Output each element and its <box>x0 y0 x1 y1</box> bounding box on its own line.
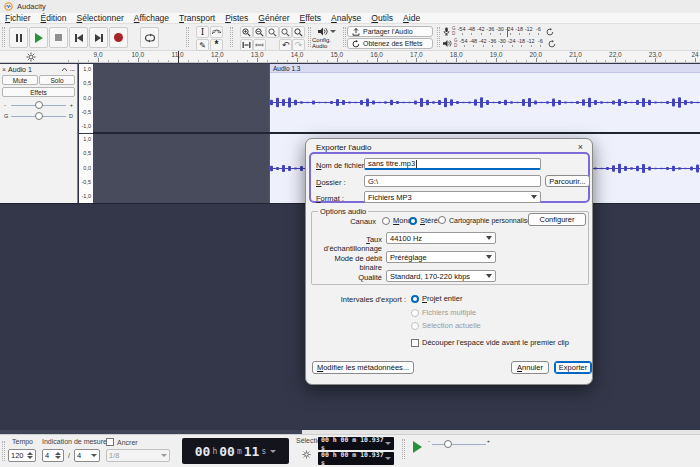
quality-select[interactable]: Standard, 170-220 kbps <box>386 270 496 282</box>
format-select[interactable]: Fichiers MP3 <box>364 191 541 203</box>
menu-aide[interactable]: Aide <box>398 13 425 23</box>
samplerate-select[interactable]: 44100 Hz <box>386 232 496 244</box>
folder-input[interactable]: G:\ <box>364 175 541 187</box>
silence-audio-button[interactable] <box>253 39 266 51</box>
selection-tool-button[interactable]: I <box>196 26 209 38</box>
snap-checkbox[interactable] <box>106 438 114 446</box>
radio-whole-project[interactable]: Projet entier <box>411 294 462 303</box>
envelope-tool-button[interactable] <box>210 26 223 38</box>
trim-audio-button[interactable] <box>240 39 253 51</box>
clip-title[interactable]: Audio 1.3 <box>270 64 700 73</box>
recording-meter[interactable]: GD -54-48-42-36-30-24-18-12-6 <box>443 26 554 37</box>
stop-button[interactable] <box>49 27 68 48</box>
cancel-button[interactable]: Annuler <box>511 361 549 374</box>
gain-slider-knob[interactable] <box>35 101 43 109</box>
menu-selectionner[interactable]: Sélectionner <box>72 13 129 23</box>
vertical-scale-right[interactable]: 1,00,50,0-0,5-1,0 <box>79 134 93 203</box>
timeline-ruler[interactable]: 9,010,011,012,013,014,015,016,017,018,01… <box>0 51 700 63</box>
share-audio-button[interactable]: Partager l'Audio <box>347 26 433 37</box>
menu-fichier[interactable]: Fichier <box>0 13 36 23</box>
play-at-speed-button[interactable] <box>409 439 425 455</box>
export-button[interactable]: Exporter <box>554 361 592 374</box>
playback-meter[interactable]: GD -54-48-42-36-30-24-18-12-6 <box>443 38 556 49</box>
draw-tool-button[interactable]: ✎ <box>196 39 209 51</box>
toolbar-grip[interactable] <box>308 27 311 47</box>
timesig-lower-select[interactable]: 4 <box>74 449 100 462</box>
trim-blank-checkbox-row[interactable]: Découper l'espace vide avant le premier … <box>411 338 569 347</box>
selection-end-field[interactable]: 00 h 00 m 10.937 s <box>318 452 394 465</box>
multi-tool-button[interactable]: * <box>210 39 223 51</box>
get-effects-button[interactable]: Obtenez des Effets <box>347 38 433 49</box>
menu-generer[interactable]: Générer <box>253 13 294 23</box>
tempo-spinner[interactable]: 120 <box>8 449 36 462</box>
track-menu-button[interactable]: ... <box>70 66 75 72</box>
filename-input[interactable]: sans titre.mp3 <box>364 158 541 170</box>
pause-button[interactable] <box>9 27 28 48</box>
radio-current-selection[interactable]: Sélection actuelle <box>411 321 481 330</box>
loop-button[interactable] <box>140 27 159 48</box>
close-track-button[interactable]: × <box>2 66 6 73</box>
skip-end-button[interactable] <box>89 27 108 48</box>
toolbar-grip[interactable] <box>230 27 233 47</box>
menu-analyse[interactable]: Analyse <box>326 13 366 23</box>
radio-multiple-files[interactable]: Fichiers multiple <box>411 308 476 317</box>
radio-selected-icon[interactable] <box>409 217 417 225</box>
mute-button[interactable]: Mute <box>2 75 38 85</box>
menu-pistes[interactable]: Pistes <box>220 13 253 23</box>
radio-selected-icon[interactable] <box>411 295 419 303</box>
audio-clip-ch1[interactable]: Audio 1.3 <box>269 64 700 133</box>
toolbar-grip[interactable] <box>343 27 346 47</box>
menu-transport[interactable]: Transport <box>174 13 220 23</box>
menu-edition[interactable]: Édition <box>36 13 72 23</box>
record-button[interactable] <box>109 27 128 48</box>
configure-button[interactable]: Configurer <box>528 213 586 226</box>
timeline-settings-gear-icon[interactable] <box>26 52 36 62</box>
radio-icon[interactable] <box>438 216 446 224</box>
trim-blank-checkbox[interactable] <box>411 339 419 347</box>
browse-button[interactable]: Parcourir... <box>545 175 590 187</box>
menu-effets[interactable]: Effets <box>295 13 327 23</box>
zoom-out-button[interactable] <box>253 26 266 38</box>
undo-button[interactable]: ↶ <box>279 39 292 51</box>
time-format-chevron-icon[interactable] <box>270 450 276 453</box>
gain-slider[interactable]: - + <box>2 101 75 110</box>
snap-select[interactable]: 1/8 <box>106 449 170 462</box>
menu-affichage[interactable]: Affichage <box>129 13 174 23</box>
track-channel-1[interactable]: Audio 1.3 <box>93 64 700 133</box>
dialog-close-icon[interactable]: × <box>578 142 583 152</box>
config-audio-button[interactable]: Config. Audio <box>312 26 342 49</box>
radio-custom-mapping[interactable]: Cartographie personnalisée <box>438 216 535 224</box>
vertical-scale-left[interactable]: 1,00,50,0-0,5-1,0 <box>79 64 93 133</box>
solo-button[interactable]: Solo <box>39 75 75 85</box>
snap-checkbox-row[interactable]: Ancrer <box>106 438 138 446</box>
pan-slider[interactable]: G D <box>2 112 75 121</box>
toolbar-grip[interactable] <box>2 441 5 461</box>
collapse-chevron-icon[interactable] <box>61 67 68 72</box>
zoom-fit-button[interactable] <box>279 26 292 38</box>
radio-mono[interactable]: Mono <box>382 216 412 225</box>
track-title[interactable]: Audio 1 <box>8 66 59 73</box>
menu-outils[interactable]: Outils <box>366 13 398 23</box>
pan-slider-knob[interactable] <box>35 112 43 120</box>
playback-speed-slider[interactable]: - + <box>428 440 490 449</box>
selection-settings-gear-icon[interactable] <box>302 450 311 459</box>
toolbar-grip[interactable] <box>2 27 5 47</box>
selection-start-field[interactable]: 00 h 00 m 10.937 s <box>318 437 394 450</box>
edit-metadata-button[interactable]: Modifier les métadonnées... <box>312 361 414 374</box>
zoom-selection-button[interactable] <box>266 26 279 38</box>
toolbar-grip[interactable] <box>437 27 440 47</box>
effects-button[interactable]: Effets <box>2 87 75 97</box>
play-button[interactable] <box>29 27 48 48</box>
time-display[interactable]: 00h 00m 11s <box>182 438 289 464</box>
undo-icon: ↶ <box>282 40 290 50</box>
skip-start-button[interactable] <box>69 27 88 48</box>
zoom-in-button[interactable] <box>240 26 253 38</box>
toolbar-grip[interactable] <box>186 27 189 47</box>
redo-button[interactable]: ↷ <box>292 39 305 51</box>
speed-slider-knob[interactable] <box>444 440 452 448</box>
radio-icon[interactable] <box>382 217 390 225</box>
bitrate-select[interactable]: Préréglage <box>386 251 496 263</box>
timesig-upper-spinner[interactable]: 4 <box>42 449 64 462</box>
toolbar-grip[interactable] <box>402 439 405 459</box>
zoom-toggle-button[interactable] <box>292 26 305 38</box>
